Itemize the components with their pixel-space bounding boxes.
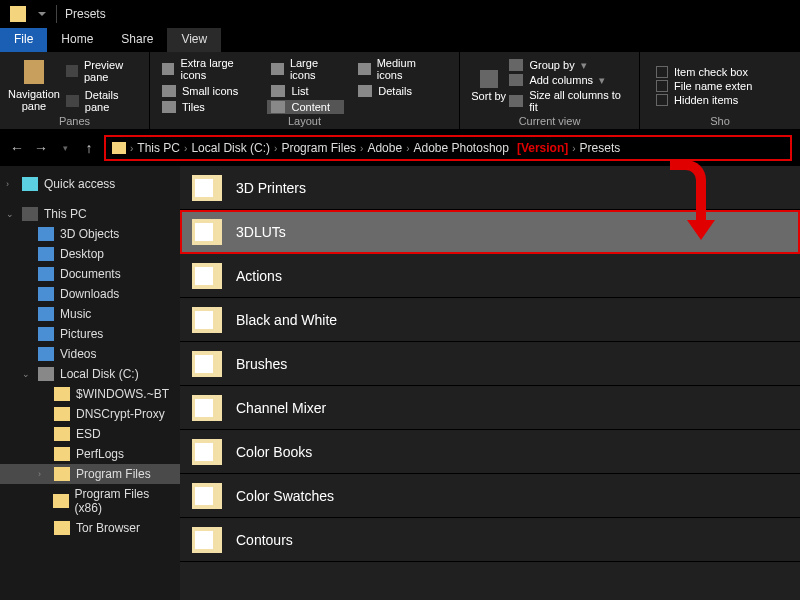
tree-item[interactable]: Tor Browser (0, 518, 180, 538)
layout-xlarge[interactable]: Extra large icons (158, 56, 257, 82)
tree-label: Pictures (60, 327, 103, 341)
library-icon (38, 347, 54, 361)
crumb-program-files[interactable]: Program Files (277, 141, 360, 155)
crumb-presets[interactable]: Presets (576, 141, 625, 155)
folder-row[interactable]: Actions (180, 254, 800, 298)
ribbon-group-show: Item check box File name exten Hidden it… (640, 52, 800, 129)
tree-quick-access[interactable]: ›Quick access (0, 174, 180, 194)
small-icon (162, 85, 176, 97)
tab-share[interactable]: Share (107, 28, 167, 52)
layout-list[interactable]: List (267, 84, 344, 98)
group-label-panes: Panes (8, 115, 141, 129)
addcol-icon (509, 74, 523, 86)
folder-row[interactable]: Contours (180, 518, 800, 562)
menu-bar: File Home Share View (0, 28, 800, 52)
preview-label: Preview pane (84, 59, 141, 83)
checkbox-icon (656, 66, 668, 78)
collapse-icon[interactable]: ⌄ (6, 209, 16, 219)
tree-label: Desktop (60, 247, 104, 261)
collapse-icon[interactable]: ⌄ (22, 369, 32, 379)
group-label-current-view: Current view (468, 115, 631, 129)
size-columns-button[interactable]: Size all columns to fit (509, 89, 631, 113)
tree-item[interactable]: Documents (0, 264, 180, 284)
details-label: Details pane (85, 89, 141, 113)
back-button[interactable]: ← (8, 139, 26, 157)
tree-item[interactable]: PerfLogs (0, 444, 180, 464)
crumb-this-pc[interactable]: This PC (133, 141, 184, 155)
tree-item[interactable]: ›Program Files (0, 464, 180, 484)
tree-label: Program Files (x86) (75, 487, 174, 515)
file-extensions-toggle[interactable]: File name exten (656, 80, 752, 92)
folder-icon (54, 447, 70, 461)
crumb-adobe[interactable]: Adobe (363, 141, 406, 155)
star-icon (22, 177, 38, 191)
layout-tiles[interactable]: Tiles (158, 100, 257, 114)
tree-item[interactable]: DNSCrypt-Proxy (0, 404, 180, 424)
tree-item[interactable]: Pictures (0, 324, 180, 344)
details-pane-button[interactable]: Details pane (66, 89, 141, 113)
divider (56, 5, 57, 23)
sort-label: Sort by (471, 90, 506, 102)
layout-small[interactable]: Small icons (158, 84, 257, 98)
tab-file[interactable]: File (0, 28, 47, 52)
tree-item[interactable]: Program Files (x86) (0, 484, 180, 518)
up-button[interactable]: ↑ (80, 139, 98, 157)
folder-row[interactable]: Color Swatches (180, 474, 800, 518)
preview-pane-button[interactable]: Preview pane (66, 59, 141, 83)
folder-name: Brushes (236, 356, 287, 372)
pc-icon (22, 207, 38, 221)
folder-icon (192, 175, 222, 201)
tree-item[interactable]: Downloads (0, 284, 180, 304)
tab-view[interactable]: View (167, 28, 221, 52)
tree-item[interactable]: 3D Objects (0, 224, 180, 244)
tree-local-disk[interactable]: ⌄Local Disk (C:) (0, 364, 180, 384)
layout-details[interactable]: Details (354, 84, 441, 98)
folder-row[interactable]: Channel Mixer (180, 386, 800, 430)
hidden-items-toggle[interactable]: Hidden items (656, 94, 752, 106)
sort-by-button[interactable]: Sort by (468, 56, 509, 115)
navigation-pane-button[interactable]: Navigation pane (8, 56, 60, 115)
tree-item[interactable]: $WINDOWS.~BT (0, 384, 180, 404)
tab-home[interactable]: Home (47, 28, 107, 52)
library-icon (38, 247, 54, 261)
window-title: Presets (65, 7, 106, 21)
tree-item[interactable]: ESD (0, 424, 180, 444)
folder-row[interactable]: Black and White (180, 298, 800, 342)
address-bar[interactable]: › This PC › Local Disk (C:) › Program Fi… (104, 135, 792, 161)
layout-medium[interactable]: Medium icons (354, 56, 441, 82)
folder-icon (10, 6, 26, 22)
layout-large[interactable]: Large icons (267, 56, 344, 82)
layout-content[interactable]: Content (267, 100, 344, 114)
library-icon (38, 287, 54, 301)
nav-pane-icon (24, 60, 44, 84)
checkbox-icon (656, 80, 668, 92)
folder-row[interactable]: Color Books (180, 430, 800, 474)
annotation-arrow (670, 160, 715, 240)
tree-item[interactable]: Desktop (0, 244, 180, 264)
add-columns-button[interactable]: Add columns▾ (509, 74, 631, 87)
folder-name: 3D Printers (236, 180, 306, 196)
forward-button[interactable]: → (32, 139, 50, 157)
item-checkboxes-toggle[interactable]: Item check box (656, 66, 752, 78)
tree-item[interactable]: Music (0, 304, 180, 324)
tree-label: DNSCrypt-Proxy (76, 407, 165, 421)
tree-label: ESD (76, 427, 101, 441)
folder-row[interactable]: Brushes (180, 342, 800, 386)
expand-icon[interactable]: › (6, 179, 16, 189)
expand-icon[interactable]: › (38, 469, 48, 479)
folder-name: Color Swatches (236, 488, 334, 504)
tree-this-pc[interactable]: ⌄This PC (0, 204, 180, 224)
crumb-disk[interactable]: Local Disk (C:) (187, 141, 274, 155)
recent-dropdown[interactable]: ▾ (56, 139, 74, 157)
qat-dropdown-icon[interactable] (38, 12, 46, 16)
tree-item[interactable]: Videos (0, 344, 180, 364)
group-by-button[interactable]: Group by▾ (509, 59, 631, 72)
group-icon (509, 59, 523, 71)
tree-label: Tor Browser (76, 521, 140, 535)
folder-name: 3DLUTs (236, 224, 286, 240)
sidebar-tree: ›Quick access ⌄This PC 3D ObjectsDesktop… (0, 166, 180, 600)
folder-icon (53, 494, 68, 508)
folder-icon (192, 527, 222, 553)
crumb-photoshop[interactable]: Adobe Photoshop (409, 141, 512, 155)
tree-label: PerfLogs (76, 447, 124, 461)
